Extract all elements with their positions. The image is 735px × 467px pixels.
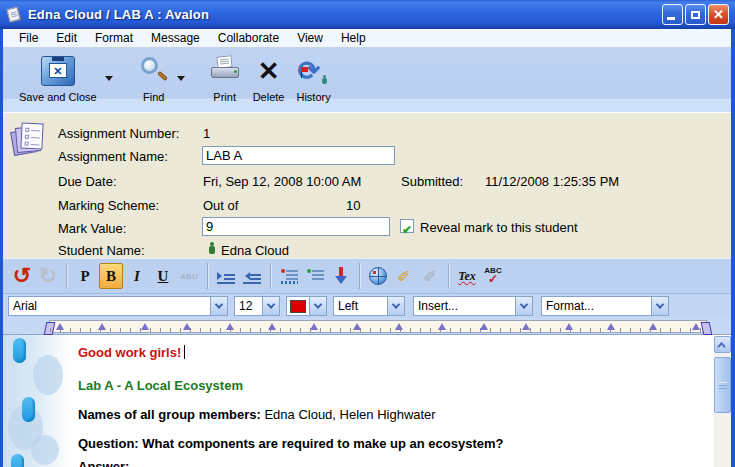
student-name-value[interactable]: Edna Cloud xyxy=(221,243,289,258)
marking-scheme-type: Out of xyxy=(203,198,238,213)
save-and-close-icon: ✕ xyxy=(41,56,75,86)
assignment-name-input[interactable] xyxy=(202,146,395,165)
assignment-number-label: Assignment Number: xyxy=(58,126,179,141)
font-family-dropdown-button[interactable] xyxy=(210,297,227,315)
menu-bar: File Edit Format Message Collaborate Vie… xyxy=(3,29,731,48)
alignment-dropdown[interactable]: Left xyxy=(333,296,405,316)
submitted-label: Submitted: xyxy=(401,174,463,189)
delete-button[interactable]: ✕ Delete xyxy=(247,54,291,108)
main-toolbar: ✕ Save and Close Find Print ✕ Delete ⟳ H… xyxy=(3,48,731,112)
print-icon xyxy=(209,56,241,86)
plain-style-button[interactable]: P xyxy=(73,263,97,289)
font-size-dropdown-button[interactable] xyxy=(262,297,279,315)
binding-capsule-icon xyxy=(13,338,26,363)
ruler-bar xyxy=(3,318,731,335)
message-icon xyxy=(6,7,23,23)
scrollbar-thumb[interactable] xyxy=(714,357,731,413)
separator xyxy=(66,263,67,289)
bold-button[interactable]: B xyxy=(99,263,123,289)
redo-button[interactable]: ↻ xyxy=(36,263,60,289)
signature-button[interactable]: Tex xyxy=(455,263,479,289)
history-button[interactable]: ⟳ History xyxy=(290,54,336,108)
document-heading: Lab A - A Local Ecosystem xyxy=(78,378,243,393)
reveal-mark-label: Reveal mark to this student xyxy=(420,220,578,235)
paragraph-spacing-button[interactable] xyxy=(303,263,327,289)
fixed-width-style-button[interactable]: ABU xyxy=(177,263,201,289)
binding-capsule-icon xyxy=(11,454,24,467)
insert-below-button[interactable] xyxy=(329,263,353,289)
underline-button[interactable]: U xyxy=(151,263,175,289)
chevron-down-icon xyxy=(520,300,528,308)
paragraph-border-button[interactable] xyxy=(277,263,301,289)
title-bar[interactable]: Edna Cloud / LAB A : Avalon ✕ xyxy=(0,0,735,29)
menu-edit[interactable]: Edit xyxy=(48,30,85,46)
binding-capsule-icon xyxy=(22,397,35,422)
format-painter-disabled-button[interactable]: ✐ xyxy=(418,263,442,289)
italic-button[interactable]: I xyxy=(125,263,149,289)
due-date-label: Due Date: xyxy=(58,174,117,189)
scroll-up-button[interactable] xyxy=(714,336,731,353)
minimize-icon xyxy=(667,17,675,20)
print-button[interactable]: Print xyxy=(203,54,247,108)
document-editor[interactable]: Good work girls! Lab A - A Local Ecosyst… xyxy=(3,335,731,467)
font-color-dropdown[interactable] xyxy=(286,296,327,316)
menu-collaborate[interactable]: Collaborate xyxy=(210,30,287,46)
format-dropdown-button[interactable] xyxy=(651,297,668,315)
font-size-value: 12 xyxy=(235,299,262,313)
decrease-indent-icon xyxy=(243,269,261,283)
decrease-indent-button[interactable] xyxy=(240,263,264,289)
link-button[interactable] xyxy=(366,263,390,289)
save-and-close-button[interactable]: ✕ Save and Close xyxy=(13,54,103,108)
close-icon: ✕ xyxy=(713,8,724,21)
increase-indent-icon xyxy=(217,269,235,283)
ruler-tabstops[interactable] xyxy=(56,323,700,331)
menu-view[interactable]: View xyxy=(289,30,331,46)
student-name-label: Student Name: xyxy=(58,243,145,258)
font-size-dropdown[interactable]: 12 xyxy=(234,296,280,316)
teacher-comment-text: Good work girls! xyxy=(78,345,181,360)
mark-value-input[interactable] xyxy=(202,217,390,236)
alignment-value: Left xyxy=(334,299,387,313)
chevron-up-icon xyxy=(717,342,725,350)
members-label: Names of all group members: xyxy=(78,407,261,422)
redo-icon: ↻ xyxy=(39,263,57,289)
question-line: Question: What components are required t… xyxy=(78,436,503,451)
spell-check-button[interactable]: ABC ✓ xyxy=(481,263,505,289)
format-painter-button[interactable]: ✐ xyxy=(392,263,416,289)
vertical-scrollbar[interactable] xyxy=(714,336,731,467)
signature-icon: Tex xyxy=(458,270,476,282)
separator xyxy=(207,263,208,289)
increase-indent-button[interactable] xyxy=(214,263,238,289)
font-color-dropdown-button[interactable] xyxy=(309,297,326,315)
delete-icon: ✕ xyxy=(258,57,280,85)
insert-dropdown[interactable]: Insert... xyxy=(413,296,533,316)
teacher-comment-line: Good work girls! xyxy=(78,345,185,360)
font-settings-bar: Arial 12 Left Insert... Format... xyxy=(3,294,731,318)
maximize-button[interactable] xyxy=(685,4,706,25)
paragraph-spacing-icon xyxy=(307,269,324,283)
checkmark-icon: ✔ xyxy=(402,223,412,237)
format-dropdown[interactable]: Format... xyxy=(541,296,669,316)
find-dropdown-arrow-icon[interactable] xyxy=(177,76,185,81)
font-family-dropdown[interactable]: Arial xyxy=(8,296,228,316)
menu-message[interactable]: Message xyxy=(143,30,208,46)
close-button[interactable]: ✕ xyxy=(708,4,729,25)
insert-dropdown-button[interactable] xyxy=(515,297,532,315)
undo-button[interactable]: ↺ xyxy=(10,263,34,289)
minimize-button[interactable] xyxy=(662,4,683,25)
student-person-icon xyxy=(208,242,216,255)
menu-file[interactable]: File xyxy=(11,30,46,46)
members-line: Names of all group members: Edna Cloud, … xyxy=(78,407,436,422)
eyedropper-icon: ✐ xyxy=(397,267,410,286)
chevron-down-icon xyxy=(392,300,400,308)
alignment-dropdown-button[interactable] xyxy=(387,297,404,315)
menu-help[interactable]: Help xyxy=(333,30,374,46)
menu-format[interactable]: Format xyxy=(87,30,141,46)
ruler xyxy=(49,320,707,333)
find-label: Find xyxy=(143,91,164,103)
save-and-close-dropdown-arrow-icon[interactable] xyxy=(105,76,113,81)
color-swatch xyxy=(290,300,306,313)
reveal-mark-checkbox[interactable]: ✔ xyxy=(400,219,414,233)
find-button[interactable]: Find xyxy=(133,54,175,108)
down-arrow-icon xyxy=(335,267,347,285)
